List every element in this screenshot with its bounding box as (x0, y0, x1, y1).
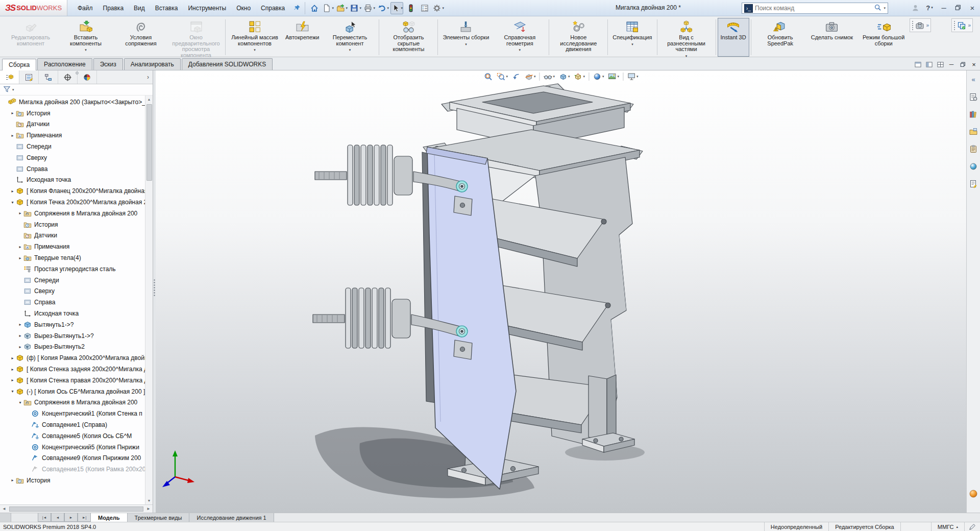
tree-item[interactable]: Спереди (0, 141, 145, 152)
tree-item[interactable]: Справа (0, 163, 145, 175)
custom-properties-button[interactable] (968, 178, 979, 189)
bottom-tab[interactable]: Модель (91, 513, 128, 522)
panel-tab-dimxpert-manager[interactable] (58, 70, 78, 84)
file-explorer-button[interactable] (968, 126, 979, 137)
doc-restore-icon[interactable] (959, 61, 967, 68)
collapse-chevron-icon[interactable]: « (968, 74, 979, 85)
tree-expand-icon[interactable]: ▸ (9, 189, 16, 194)
exploded-view-button[interactable]: Вид с разнесенными частями▾ (659, 18, 714, 57)
tree-expand-icon[interactable]: ▸ (17, 345, 23, 349)
tree-item[interactable]: ▸Вырез-Вытянуть1->? (0, 330, 145, 342)
dropdown-icon[interactable]: ▾ (85, 47, 87, 53)
panel-tab-property-manager[interactable] (19, 70, 39, 84)
expand-toolbar-icon[interactable]: » (926, 22, 929, 28)
pin-menu-icon[interactable] (291, 3, 302, 14)
section-view-button[interactable]: ▾ (523, 71, 537, 82)
menu-item[interactable]: Вид (129, 3, 150, 14)
tree-item[interactable]: ▸(ф) [ Копия Рамка 200x200^Мигалка двойн… (0, 352, 145, 364)
model-right-leg[interactable] (582, 375, 634, 452)
tree-item[interactable]: ▾(-) [ Копия Ось СБ^Мигалка двойная 200 … (0, 386, 145, 397)
smart-fasteners-button[interactable]: Автокрепежи (282, 18, 322, 57)
solidworks-resources-button[interactable] (968, 91, 979, 103)
dropdown-icon[interactable]: ▾ (387, 6, 389, 10)
doc-close-icon[interactable]: × (970, 61, 978, 68)
dropdown-icon[interactable]: ▾ (583, 75, 585, 79)
dropdown-icon[interactable]: ▾ (349, 47, 351, 53)
insert-components-button[interactable]: Вставить компоненты▾ (58, 18, 113, 57)
tree-item[interactable]: Сверху (0, 286, 145, 297)
instant3d-button[interactable]: Instant 3D (718, 18, 749, 57)
filter-funnel-icon[interactable] (3, 85, 11, 94)
tree-item[interactable]: Сверху (0, 152, 145, 163)
expand-toolbar-icon[interactable]: » (968, 22, 971, 28)
large-assembly-button[interactable]: Режим большой сборки (856, 18, 911, 57)
rebuild-button[interactable] (404, 2, 417, 14)
dropdown-icon[interactable]: ▾ (602, 75, 604, 79)
doc-minimize-icon[interactable]: ─ (947, 61, 955, 68)
help-button[interactable]: ?▾ (923, 2, 936, 14)
tree-item[interactable]: ▸История (0, 475, 145, 486)
tree-item[interactable]: ▸[ Копия Стенка правая 200x200^Мигалка д… (0, 375, 145, 386)
panel-collapse-handle[interactable] (76, 71, 79, 75)
tree-item[interactable]: ▸[ Копия Фланец 200x200^Мигалка двойная … (0, 185, 145, 197)
tab-active[interactable]: Сборка (2, 59, 36, 70)
splitter-corner[interactable] (0, 513, 11, 522)
motion-nav-button[interactable]: ◄ (51, 513, 64, 522)
restore-button[interactable] (951, 2, 965, 14)
menu-item[interactable]: Вставка (150, 3, 183, 14)
tree-expand-icon[interactable]: ▸ (9, 478, 16, 482)
dropdown-icon[interactable]: ▾ (359, 6, 361, 10)
dropdown-icon[interactable]: ▾ (373, 6, 375, 10)
tree-item[interactable]: ▸Сопряжения в Мигалка двойная 200 (0, 208, 145, 219)
menu-item[interactable]: Справка (256, 3, 290, 14)
panel-tab-configuration-manager[interactable] (39, 70, 58, 84)
tree-item[interactable]: ▸AПримечания (0, 241, 145, 252)
tree-expand-icon[interactable]: ▸ (17, 245, 23, 249)
undo-button[interactable]: ▾ (377, 2, 389, 14)
menu-item[interactable]: Правка (98, 3, 129, 14)
tree-item[interactable]: Совпадение9 (Копия Пнрижим 200 (0, 453, 145, 464)
home-button[interactable] (308, 2, 321, 14)
login-icon[interactable] (909, 2, 922, 14)
bom-button[interactable]: Спецификация▾ (609, 18, 655, 57)
tree-expand-icon[interactable]: ▸ (9, 367, 16, 372)
speedpak-button[interactable]: Обновить SpeedPak (753, 18, 808, 57)
dropdown-icon[interactable]: ▾ (534, 75, 536, 79)
tag-editor-icon[interactable] (964, 522, 980, 531)
dropdown-icon[interactable]: ▾ (254, 47, 256, 53)
motion-nav-button[interactable]: ►| (78, 513, 91, 522)
close-button[interactable]: × (966, 2, 979, 14)
pane-grid-icon[interactable] (936, 61, 944, 68)
tree-expand-icon[interactable]: ▸ (9, 111, 16, 115)
show-hidden-button[interactable]: Отобразить скрытые компоненты (381, 18, 436, 57)
tree-item[interactable]: Датчики (0, 230, 145, 242)
minimize-button[interactable]: ─ (937, 2, 950, 14)
motion-nav-button[interactable]: |◄ (38, 513, 51, 522)
dropdown-icon[interactable]: ▾ (442, 6, 444, 10)
scrollbar-thumb[interactable] (9, 506, 143, 512)
tree-item[interactable]: Совпадение1 (Справа) (0, 419, 145, 430)
select-cursor-button[interactable]: ▾ (390, 2, 403, 14)
motion-nav-button[interactable]: ► (64, 513, 78, 522)
dropdown-icon[interactable]: ▾ (465, 41, 467, 47)
tree-item[interactable]: Исходная точка (0, 308, 145, 319)
panel-flyout-chevron-icon[interactable]: › (143, 70, 153, 84)
tab-item[interactable]: Эскиз (93, 58, 123, 70)
tree-expand-icon[interactable]: ▸ (17, 256, 23, 260)
new-document-button[interactable]: ▾ (322, 2, 334, 14)
tab-item[interactable]: Добавления SOLIDWORKS (182, 58, 273, 70)
tree-item[interactable]: ▸Вытянуть1->? (0, 319, 145, 330)
tab-item[interactable]: Анализировать (124, 58, 181, 70)
menu-item[interactable]: Файл (72, 3, 98, 14)
tree-item[interactable]: ▸[ Копия Стенка задняя 200x200^Мигалка д… (0, 364, 145, 375)
zoom-to-area-button[interactable]: ▾ (495, 71, 509, 82)
panel-tab-feature-manager[interactable] (0, 70, 19, 84)
dropdown-icon[interactable]: ▾ (631, 41, 633, 47)
tree-item[interactable]: Концентрический1 (Копия Стенка п (0, 408, 145, 419)
scrollbar-thumb[interactable] (146, 104, 152, 181)
dropdown-icon[interactable]: ▾ (618, 75, 620, 79)
assembly-features-button[interactable]: Элементы сборки▾ (439, 18, 492, 57)
tree-item[interactable]: Совпадение15 (Копия Рамка 200x20 (0, 464, 145, 475)
menu-item[interactable]: Инструменты (183, 3, 231, 14)
view-settings-button[interactable]: ▾ (625, 71, 640, 82)
